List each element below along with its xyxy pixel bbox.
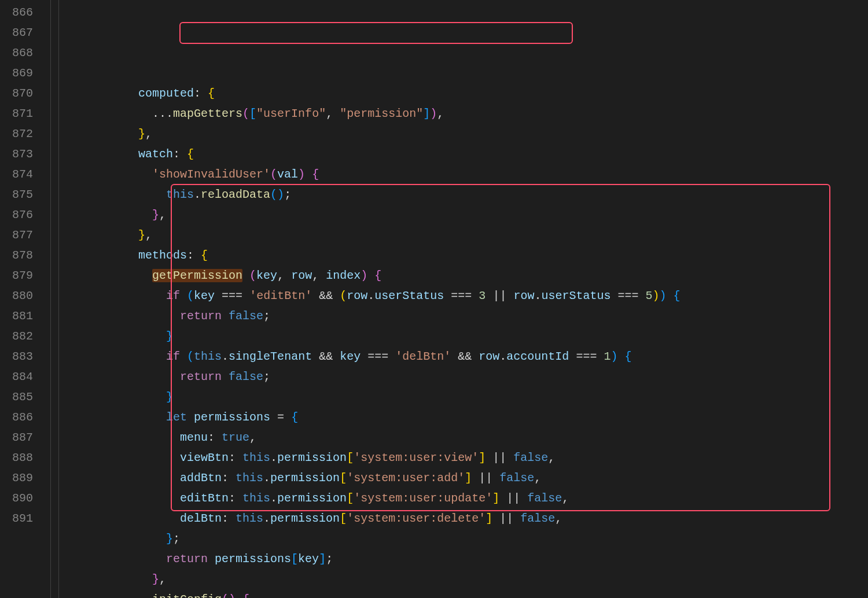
token: (: [270, 188, 277, 201]
code-line[interactable]: this.reloadData();: [78, 184, 868, 205]
token: [: [340, 471, 347, 485]
token: reloadData: [201, 188, 270, 201]
code-line[interactable]: return false;: [78, 306, 868, 326]
line-number: 882: [0, 326, 33, 346]
token: ,: [312, 269, 326, 282]
code-line[interactable]: computed: {: [78, 83, 868, 104]
code-line[interactable]: viewBtn: this.permission['system:user:vi…: [78, 448, 868, 468]
token: if: [166, 289, 180, 302]
token: :: [229, 492, 242, 505]
token: menu: [180, 431, 208, 444]
code-line[interactable]: addBtn: this.permission['system:user:add…: [78, 468, 868, 488]
token: [: [347, 492, 354, 505]
code-line[interactable]: },: [78, 225, 868, 245]
token: [236, 593, 242, 598]
code-line[interactable]: methods: {: [78, 245, 868, 265]
code-line[interactable]: };: [78, 529, 868, 549]
token: [451, 350, 458, 363]
token: index: [326, 269, 361, 282]
code-line[interactable]: let permissions = {: [78, 407, 868, 427]
token: ]: [479, 451, 486, 464]
line-number: 891: [0, 508, 33, 529]
token: ,: [555, 512, 562, 525]
token: }: [166, 330, 173, 343]
line-number: 880: [0, 286, 33, 306]
token: [180, 289, 187, 302]
code-line[interactable]: editBtn: this.permission['system:user:up…: [78, 488, 868, 508]
token: ||: [492, 289, 506, 302]
token: false: [527, 492, 562, 505]
token: [242, 289, 249, 302]
code-line[interactable]: return permissions[key];: [78, 549, 868, 569]
token: initConfig: [152, 593, 222, 598]
token: ]: [423, 107, 430, 120]
token: .: [222, 350, 229, 363]
code-line[interactable]: initConfig() {: [78, 589, 868, 598]
line-number: 867: [0, 23, 33, 43]
token: ,: [534, 471, 541, 485]
token: [187, 411, 194, 424]
token: {: [374, 269, 381, 282]
token: [506, 451, 513, 464]
code-line[interactable]: },: [78, 569, 868, 589]
code-line[interactable]: return false;: [78, 367, 868, 387]
code-line[interactable]: }: [78, 387, 868, 407]
annotation-box-1: [179, 22, 573, 44]
code-line[interactable]: watch: {: [78, 144, 868, 164]
token: key: [194, 289, 215, 302]
token: (: [222, 593, 229, 598]
token: key: [340, 350, 361, 363]
token: [208, 552, 215, 566]
token: ): [430, 107, 437, 120]
token: .: [270, 451, 277, 464]
token: permissions: [194, 411, 270, 424]
token: let: [166, 411, 187, 424]
code-line[interactable]: delBtn: this.permission['system:user:del…: [78, 508, 868, 529]
token: editBtn: [180, 492, 229, 505]
token: viewBtn: [180, 451, 229, 464]
token: [333, 350, 340, 363]
token: this: [236, 512, 263, 525]
code-line[interactable]: },: [78, 124, 868, 144]
token: ||: [499, 512, 513, 525]
code-line[interactable]: 'showInvalidUser'(val) {: [78, 164, 868, 184]
token: ): [610, 350, 617, 363]
token: {: [208, 87, 215, 100]
token: }: [138, 127, 145, 141]
token: ]: [486, 512, 492, 525]
token: :: [194, 87, 208, 100]
token: userStatus: [541, 289, 610, 302]
line-number: 875: [0, 184, 33, 205]
code-line[interactable]: menu: true,: [78, 427, 868, 448]
token: 'system:user:view': [354, 451, 479, 464]
token: ||: [492, 451, 506, 464]
code-line[interactable]: getPermission (key, row, index) {: [78, 265, 868, 286]
token: false: [513, 451, 548, 464]
token: [569, 350, 576, 363]
token: this: [242, 492, 270, 505]
code-line[interactable]: },: [78, 205, 868, 225]
code-line[interactable]: if (this.singleTenant && key === 'delBtn…: [78, 346, 868, 367]
token: .: [270, 492, 277, 505]
token: getPermission: [152, 269, 242, 282]
code-content[interactable]: computed: { ...mapGetters(["userInfo", "…: [78, 0, 868, 598]
code-line[interactable]: if (key === 'editBtn' && (row.userStatus…: [78, 286, 868, 306]
token: ]: [319, 552, 326, 566]
token: [472, 350, 479, 363]
token: :: [222, 512, 236, 525]
token: [333, 289, 340, 302]
code-editor[interactable]: 8668678688698708718728738748758768778788…: [0, 0, 868, 598]
token: [180, 350, 187, 363]
code-line[interactable]: }: [78, 326, 868, 346]
token: this: [194, 350, 222, 363]
token: =: [277, 411, 284, 424]
token: {: [201, 249, 208, 262]
code-line[interactable]: ...mapGetters(["userInfo", "permission"]…: [78, 104, 868, 124]
token: ,: [326, 107, 340, 120]
token: :: [187, 249, 201, 262]
token: [486, 451, 492, 464]
token: row: [291, 269, 312, 282]
token: false: [229, 370, 263, 383]
token: ,: [277, 269, 291, 282]
fold-margin[interactable]: [43, 0, 78, 598]
